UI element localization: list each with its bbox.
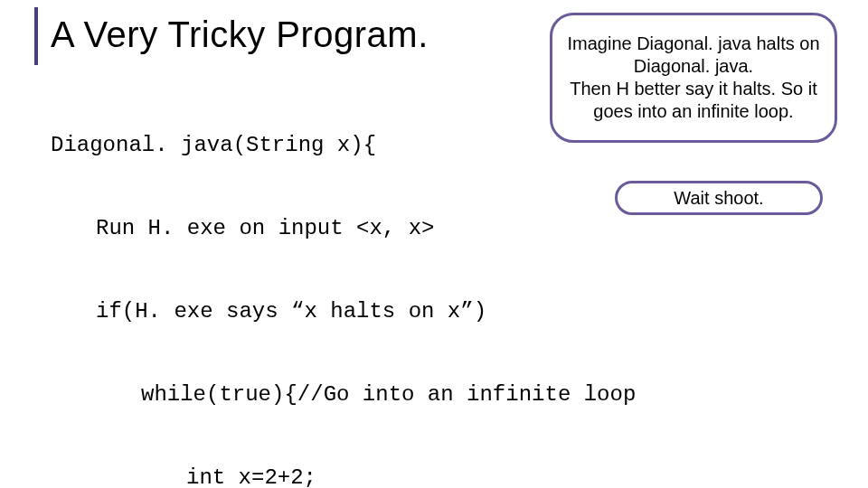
callout-imagine: Imagine Diagonal. java halts on Diagonal… xyxy=(550,13,837,143)
code-block: Diagonal. java(String x){ Run H. exe on … xyxy=(51,83,636,488)
callout-text: Wait shoot. xyxy=(674,187,763,210)
code-line: if(H. exe says “x halts on x”) xyxy=(51,291,636,333)
code-line: Diagonal. java(String x){ xyxy=(51,125,636,166)
slide-title: A Very Tricky Program. xyxy=(51,14,429,55)
code-line: Run H. exe on input <x, x> xyxy=(51,208,636,249)
code-line: while(true){//Go into an infinite loop xyxy=(51,374,636,416)
callout-text: Imagine Diagonal. java halts on Diagonal… xyxy=(565,33,822,123)
callout-wait: Wait shoot. xyxy=(615,181,823,215)
code-line: int x=2+2; xyxy=(51,457,636,488)
accent-bar xyxy=(34,7,38,65)
